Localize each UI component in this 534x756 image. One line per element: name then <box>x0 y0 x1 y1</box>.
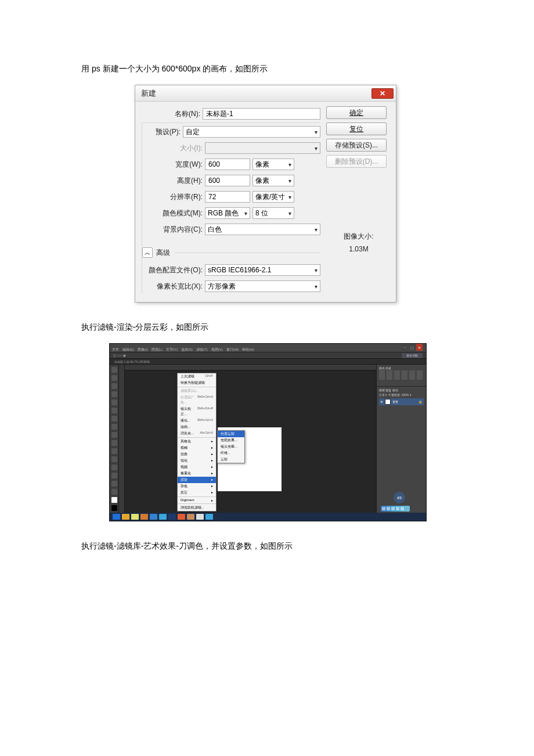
colormode-select[interactable]: RGB 颜色▾ <box>205 207 250 219</box>
filter-menu-item[interactable]: 浏览联机滤镜... <box>178 505 216 511</box>
ps-menu-item[interactable]: 选择(S) <box>181 347 193 352</box>
filter-menu-item[interactable]: 渲染▸ <box>178 477 216 483</box>
tool-icon[interactable] <box>111 456 117 462</box>
bgcontent-label: 背景内容(C): <box>142 225 205 235</box>
ps-workspace-chip[interactable]: 基本功能 <box>402 353 423 358</box>
ps-menu-item[interactable]: 图层(L) <box>151 347 163 352</box>
filter-submenu[interactable]: 分层云彩光照效果...镜头光晕...纤维...云彩 <box>217 430 245 463</box>
filter-menu-item[interactable]: 上次滤镜Ctrl+F <box>178 373 216 380</box>
filter-menu-item[interactable]: 镜头校正...Shift+Ctrl+R <box>178 406 216 417</box>
resolution-unit-select[interactable]: 像素/英寸▾ <box>252 191 294 203</box>
background-color-icon[interactable] <box>111 505 117 511</box>
taskbar-item[interactable] <box>113 514 120 520</box>
filter-menu-item[interactable]: 扭曲▸ <box>178 451 216 458</box>
close-icon[interactable]: ✕ <box>416 344 423 351</box>
width-unit-select[interactable]: 像素▾ <box>252 159 294 170</box>
filter-submenu-item[interactable]: 光照效果... <box>218 437 244 444</box>
tool-icon[interactable] <box>111 465 117 470</box>
ps-menu-item[interactable]: 编辑(E) <box>122 347 134 352</box>
filter-menu-item[interactable]: 液化...Shift+Ctrl+X <box>178 417 216 424</box>
name-input[interactable]: 未标题-1 <box>203 108 320 120</box>
filter-submenu-item[interactable]: 镜头光晕... <box>218 444 244 450</box>
filter-submenu-item[interactable]: 分层云彩 <box>218 431 244 437</box>
filter-menu-item[interactable]: 视频▸ <box>178 464 216 470</box>
tool-icon[interactable] <box>111 367 117 373</box>
filter-submenu-item[interactable]: 纤维... <box>218 450 244 456</box>
ps-menubar: 文件编辑(E)图像(I)图层(L)文字(Y)选择(S)滤镜(T)视图(V)窗口(… <box>110 344 426 352</box>
tool-icon[interactable] <box>111 416 117 422</box>
taskbar-item[interactable] <box>187 514 194 520</box>
depth-select[interactable]: 8 位▾ <box>252 207 294 219</box>
layer-row[interactable]: 👁 背景 🔒 <box>379 398 424 405</box>
ps-menu-item[interactable]: 窗口(W) <box>226 347 239 352</box>
profile-select[interactable]: sRGB IEC61966-2.1▾ <box>205 264 320 276</box>
tool-icon[interactable] <box>111 481 117 487</box>
chevron-down-icon: ▾ <box>315 129 317 135</box>
taskbar-item[interactable] <box>168 514 176 520</box>
width-input[interactable]: 600 <box>205 159 250 170</box>
filter-menu-item[interactable]: 其它▸ <box>178 489 216 496</box>
tool-icon[interactable] <box>111 399 117 405</box>
filter-menu-item[interactable]: 风格化▸ <box>178 438 216 445</box>
height-unit-select[interactable]: 像素▾ <box>252 175 294 186</box>
tool-icon[interactable] <box>111 440 117 446</box>
new-dialog-figure: 新建 ✕ 名称(N): 未标题-1 预设(P): 自定▾ 大小(I): ▾ <box>135 85 453 303</box>
ruler-vertical <box>119 365 125 516</box>
ok-button[interactable]: 确定 <box>326 106 387 119</box>
preset-select[interactable]: 自定▾ <box>183 126 320 138</box>
filter-menu-item[interactable]: 消失点...Alt+Ctrl+V <box>178 430 216 437</box>
taskbar-item[interactable] <box>122 514 129 520</box>
minimize-icon[interactable]: – <box>402 344 408 351</box>
delete-preset-button: 删除预设(D)... <box>326 155 387 168</box>
ps-menu-item[interactable]: 文件 <box>112 347 119 352</box>
tool-icon[interactable] <box>111 473 117 478</box>
taskbar-item[interactable] <box>196 514 204 520</box>
tools-panel <box>110 365 119 516</box>
size-label: 大小(I): <box>142 143 205 153</box>
tool-icon[interactable] <box>111 375 117 381</box>
chevron-down-icon: ▾ <box>315 145 317 152</box>
ps-menu-item[interactable]: 滤镜(T) <box>196 347 208 352</box>
taskbar-item[interactable] <box>140 514 148 520</box>
ps-document-tab[interactable]: 未标题-1 @ 66.7% (RGB/8) <box>110 359 426 365</box>
ps-menu-item[interactable]: 视图(V) <box>211 347 223 352</box>
filter-menu-item[interactable]: 转换为智能滤镜 <box>178 380 216 386</box>
filter-menu-item[interactable]: 像素化▸ <box>178 470 216 477</box>
filter-menu[interactable]: 上次滤镜Ctrl+F转换为智能滤镜滤镜库(G)...自适应广角...Shift+… <box>177 373 217 512</box>
tool-icon[interactable] <box>111 424 117 430</box>
bgcontent-select[interactable]: 白色▾ <box>205 224 320 235</box>
tool-icon[interactable] <box>111 391 117 397</box>
reset-button[interactable]: 复位 <box>326 123 387 135</box>
taskbar-item[interactable] <box>159 514 167 520</box>
filter-menu-item[interactable]: 锐化▸ <box>178 458 216 464</box>
maximize-icon[interactable]: ▢ <box>409 344 416 351</box>
tool-icon[interactable] <box>111 448 117 454</box>
advanced-toggle-icon[interactable]: ︽ <box>142 247 153 258</box>
filter-menu-item[interactable]: 模糊▸ <box>178 445 216 451</box>
filter-menu-item[interactable]: Digimarc▸ <box>178 498 216 503</box>
taskbar-item[interactable] <box>178 514 185 520</box>
storage-indicator: 49 <box>394 492 409 503</box>
taskbar-item[interactable] <box>150 514 157 520</box>
pixelratio-select[interactable]: 方形像素▾ <box>205 280 320 292</box>
foreground-color-icon[interactable] <box>111 497 117 503</box>
close-icon[interactable]: ✕ <box>371 88 394 99</box>
save-preset-button[interactable]: 存储预设(S)... <box>326 139 387 152</box>
filter-menu-item[interactable]: 油画... <box>178 424 216 430</box>
dialog-titlebar: 新建 ✕ <box>135 85 396 102</box>
tool-icon[interactable] <box>111 489 117 495</box>
taskbar-item[interactable] <box>131 514 139 520</box>
ps-menu-item[interactable]: 图像(I) <box>138 347 148 352</box>
chevron-down-icon: ▾ <box>288 178 291 184</box>
tool-icon[interactable] <box>111 432 117 438</box>
filter-menu-item: 滤镜库(G)... <box>178 388 216 394</box>
height-input[interactable]: 600 <box>205 175 250 186</box>
resolution-input[interactable]: 72 <box>205 191 250 203</box>
filter-submenu-item[interactable]: 云彩 <box>218 456 244 463</box>
tool-icon[interactable] <box>111 408 117 413</box>
taskbar-item[interactable] <box>205 514 213 520</box>
tool-icon[interactable] <box>111 383 117 389</box>
filter-menu-item[interactable]: 杂色▸ <box>178 483 216 489</box>
ps-menu-item[interactable]: 文字(Y) <box>166 347 178 352</box>
ps-menu-item[interactable]: 帮助(H) <box>242 347 254 352</box>
